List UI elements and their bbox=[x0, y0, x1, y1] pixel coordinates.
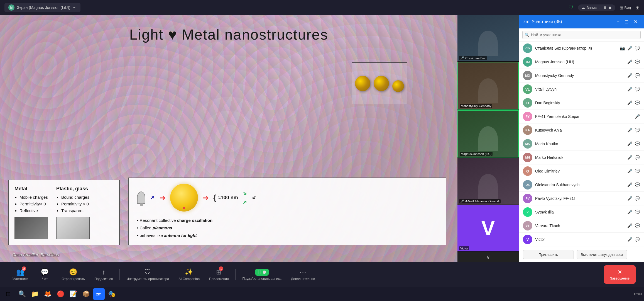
participants-label: Участники bbox=[12, 277, 28, 281]
participant-name: Kutsevych Ania bbox=[535, 128, 625, 132]
ai-companion-button[interactable]: ✨ AI Companion bbox=[175, 266, 204, 283]
victor-letter: V bbox=[481, 217, 495, 240]
chat-icon[interactable]: 💬 bbox=[635, 59, 640, 64]
mic-muted-icon[interactable]: 🎤 bbox=[627, 223, 633, 228]
participant-icons: 🎤 💬 bbox=[627, 128, 640, 133]
metal-header: Metal bbox=[14, 186, 48, 192]
participant-name: Dan Boginskiy bbox=[535, 101, 625, 105]
organizer-tools-button[interactable]: 🛡 Инструменты организатора bbox=[123, 266, 173, 283]
close-button[interactable]: ✕ bbox=[632, 18, 640, 25]
taskbar-zoom[interactable]: zm bbox=[93, 288, 105, 300]
chat-icon[interactable]: 💬 bbox=[635, 169, 640, 174]
plastic-list: Bound charges Permittivity > 0 Transpare… bbox=[56, 194, 90, 214]
participant-icons: 🎤 💬 bbox=[627, 223, 640, 228]
gold-spheres-box bbox=[352, 62, 407, 104]
mic-muted-icon[interactable]: 🎤 bbox=[627, 100, 633, 105]
search-input[interactable] bbox=[522, 31, 641, 39]
share-icon: ↑ bbox=[102, 268, 105, 276]
mic-muted-icon[interactable]: 🎤 bbox=[627, 196, 633, 201]
react-button[interactable]: 😊 Отреагировать bbox=[58, 266, 89, 283]
mic-muted-icon[interactable]: 🎤 bbox=[627, 87, 633, 92]
mic-muted-icon[interactable]: 🎤 bbox=[627, 128, 633, 133]
footer-more-button[interactable]: ⋯ bbox=[630, 250, 640, 259]
video-tile-stanislav: 🎤 Станіслав Бех bbox=[457, 15, 519, 61]
more-label: Дополнительно bbox=[291, 277, 315, 281]
chat-icon[interactable]: 💬 bbox=[635, 155, 640, 160]
pause-record-button[interactable]: ⏸⏺ Пауза/остановить запись bbox=[238, 266, 285, 283]
chat-icon[interactable]: 💬 bbox=[635, 100, 640, 105]
taskbar-right: 12:00 bbox=[633, 292, 642, 296]
more-button[interactable]: ⋯ Дополнительно bbox=[287, 266, 319, 283]
screen-share-tab[interactable]: M Экран (Magnus Jonsson (LiU)) ⋯ bbox=[4, 3, 80, 12]
plasmon-note-2: • Called plasmons bbox=[137, 224, 437, 232]
chat-icon[interactable]: 💬 bbox=[635, 210, 640, 215]
react-label: Отреагировать bbox=[62, 277, 85, 281]
taskbar-notes[interactable]: 📝 bbox=[67, 288, 79, 300]
panel-title: Участники (35) bbox=[532, 19, 613, 24]
chat-icon[interactable]: 💬 bbox=[635, 141, 640, 146]
chat-icon[interactable]: 💬 bbox=[635, 46, 640, 51]
arrows-surrounding: ➜ ➜ bbox=[243, 190, 247, 205]
plastic-column: Plastic, glass Bound charges Permittivit… bbox=[56, 186, 90, 239]
info-box: Metal Mobile charges Permittivity< 0 Ref… bbox=[8, 180, 120, 245]
taskbar-explorer[interactable]: 📁 bbox=[29, 288, 41, 300]
chat-icon[interactable]: 💬 bbox=[635, 182, 640, 187]
mic-muted-icon[interactable]: 🎤 bbox=[627, 155, 633, 160]
chat-icon[interactable]: 💬 bbox=[635, 87, 640, 92]
participant-name: Magnus Jonsson (LiU) bbox=[535, 60, 625, 64]
mic-muted-icon[interactable]: 🎤 bbox=[627, 210, 633, 215]
mic-muted-icon[interactable]: 🎤 bbox=[627, 73, 633, 78]
participant-icons: 🎤 💬 bbox=[627, 73, 640, 78]
taskbar-package[interactable]: 📦 bbox=[80, 288, 92, 300]
pause-icon[interactable]: ⏸ bbox=[603, 6, 607, 10]
plasmon-sphere bbox=[170, 184, 198, 212]
chat-icon[interactable]: 💬 bbox=[635, 223, 640, 228]
mic-muted-icon[interactable]: 🎤 bbox=[635, 114, 640, 119]
participant-row: MJ Magnus Jonsson (LiU) 🎤 💬 bbox=[519, 55, 644, 69]
mic-on-icon[interactable]: 🎤 bbox=[627, 59, 633, 64]
slide-caption: Casa Amatller, Barcelona bbox=[12, 252, 59, 257]
chat-icon[interactable]: 💬 bbox=[635, 237, 640, 242]
taskbar-extra[interactable]: 🎭 bbox=[106, 288, 117, 300]
avatar: PV bbox=[523, 194, 532, 203]
participant-row: V Sytnyk Illia 🎤 💬 bbox=[519, 205, 644, 219]
participant-icons: 🎤 💬 bbox=[627, 100, 640, 105]
mic-muted-icon[interactable]: 🎤 bbox=[627, 182, 633, 187]
mic-muted-icon[interactable]: 🎤 bbox=[627, 169, 633, 174]
avatar: OS bbox=[523, 180, 532, 190]
screen-more-icon[interactable]: ⋯ bbox=[73, 5, 77, 10]
start-button[interactable]: ⊞ bbox=[2, 288, 14, 300]
maximize-button[interactable]: □ bbox=[623, 18, 630, 25]
participants-button[interactable]: 👥 35 Участники bbox=[8, 266, 32, 283]
taskbar-chrome[interactable]: 🔴 bbox=[55, 288, 66, 300]
chat-icon[interactable]: 💬 bbox=[635, 128, 640, 133]
view-more-button[interactable]: ∨ bbox=[457, 252, 519, 262]
invite-button[interactable]: Пригласить bbox=[523, 250, 574, 259]
participant-icons: 🎤 💬 bbox=[627, 210, 640, 215]
search-taskbar[interactable]: 🔍 bbox=[16, 288, 28, 300]
recording-indicator: ☁ Запись... ⏸ ⏹ bbox=[578, 4, 616, 11]
mic-muted-icon[interactable]: 🎤 bbox=[627, 141, 633, 146]
participant-name: Maria Khutko bbox=[535, 142, 625, 146]
taskbar-firefox[interactable]: 🦊 bbox=[42, 288, 53, 300]
participant-row: O Oleg Dimitriev 🎤 💬 bbox=[519, 164, 644, 178]
slide-title: Light ♥ Metal nanostructures bbox=[0, 26, 457, 43]
mute-all-button[interactable]: Выключить звук для всех bbox=[577, 250, 628, 259]
view-control[interactable]: ▦ Вид bbox=[620, 6, 631, 10]
chat-button[interactable]: 💬 Чат bbox=[34, 266, 56, 283]
participant-name: Oleksandra Sukhanevych bbox=[535, 183, 625, 187]
metal-item-1: Mobile charges bbox=[19, 194, 48, 201]
apps-button[interactable]: ⊞ 1 Приложения bbox=[205, 266, 232, 283]
minimize-button[interactable]: − bbox=[615, 18, 621, 25]
video-tile-melnyk: 🎤 ФФ-41 Мельник Олексій bbox=[457, 158, 519, 204]
mic-muted-icon[interactable]: 🎤 bbox=[627, 237, 633, 242]
chat-icon[interactable]: 💬 bbox=[635, 196, 640, 201]
mic-icon[interactable]: 🎤 bbox=[627, 46, 633, 51]
end-meeting-button[interactable]: ✕ Завершение bbox=[604, 265, 636, 284]
chat-icon[interactable]: 💬 bbox=[635, 73, 640, 78]
share-button[interactable]: ↑ Поделиться bbox=[90, 266, 117, 283]
participant-row: VL Vitalii Lytvyn 🎤 💬 bbox=[519, 82, 644, 96]
participant-name: Marko Herkaliuk bbox=[535, 155, 625, 160]
camera-icon[interactable]: 📷 bbox=[620, 46, 625, 51]
participant-name: Vitalii Lytvyn bbox=[535, 87, 625, 91]
